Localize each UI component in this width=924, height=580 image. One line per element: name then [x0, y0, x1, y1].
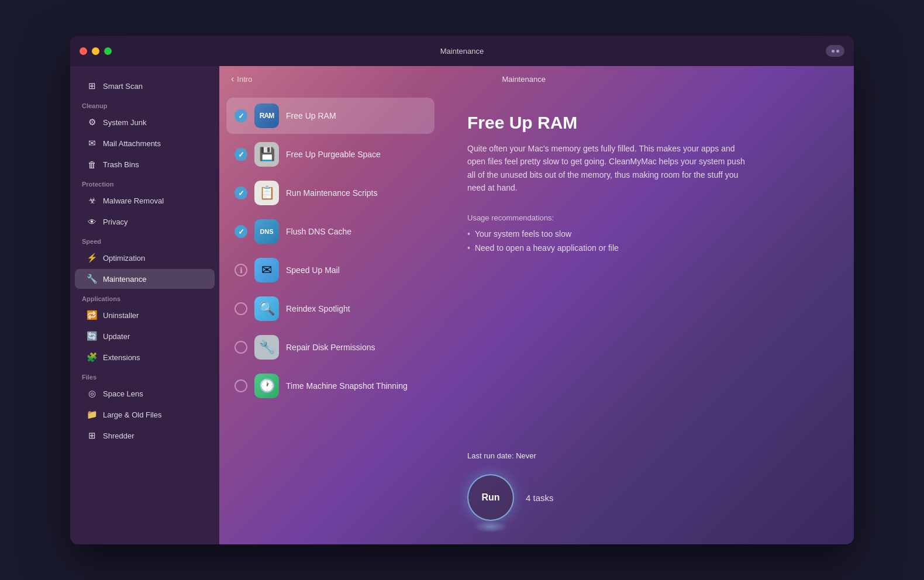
task-checkbox-scripts[interactable]: ✓: [235, 187, 247, 199]
trash-bins-label: Trash Bins: [103, 160, 139, 169]
sidebar-item-malware-removal[interactable]: ☣ Malware Removal: [75, 191, 215, 210]
maximize-button[interactable]: [104, 47, 112, 55]
task-label-scripts: Run Maintenance Scripts: [286, 188, 377, 198]
task-item-repair-disk[interactable]: 🔧 Repair Disk Permissions: [226, 329, 435, 365]
updater-label: Updater: [103, 332, 130, 341]
usage-item-1: Your system feels too slow: [467, 229, 828, 239]
dot1: [832, 50, 835, 53]
usage-recommendations-label: Usage recommendations:: [467, 213, 828, 222]
privacy-icon: 👁: [87, 216, 97, 227]
sidebar-item-smart-scan[interactable]: ⊞ Smart Scan: [75, 76, 215, 96]
task-icon-scripts: 📋: [254, 181, 279, 205]
task-icon-disk: 🔧: [254, 335, 279, 360]
sidebar-item-trash-bins[interactable]: 🗑 Trash Bins: [75, 154, 215, 174]
mail-attachments-label: Mail Attachments: [103, 139, 161, 148]
extensions-icon: 🧩: [87, 352, 97, 362]
task-item-maintenance-scripts[interactable]: ✓ 📋 Run Maintenance Scripts: [226, 175, 435, 211]
optimization-icon: ⚡: [87, 253, 97, 263]
task-icon-timemachine: 🕐: [254, 374, 279, 398]
sidebar-item-privacy[interactable]: 👁 Privacy: [75, 212, 215, 232]
system-junk-icon: ⚙: [87, 117, 97, 127]
maintenance-icon: 🔧: [87, 274, 97, 284]
shredder-label: Shredder: [103, 431, 134, 440]
large-old-files-label: Large & Old Files: [103, 410, 161, 419]
sidebar-item-system-junk[interactable]: ⚙ System Junk: [75, 112, 215, 132]
privacy-label: Privacy: [103, 218, 128, 226]
detail-panel: Free Up RAM Quite often your Mac's memor…: [442, 92, 854, 544]
run-tasks-count: 4 tasks: [526, 493, 554, 503]
checkmark-icon: ✓: [238, 150, 244, 159]
app-window: Maintenance ⊞ Smart Scan Cleanup ⚙ Syste…: [70, 36, 854, 544]
sidebar-item-updater[interactable]: 🔄 Updater: [75, 326, 215, 346]
close-button[interactable]: [80, 47, 87, 55]
last-run-info: Last run date: Never: [467, 451, 828, 460]
back-label: Intro: [237, 75, 252, 84]
mail-attachments-icon: ✉: [87, 138, 97, 149]
sidebar-item-space-lens[interactable]: ◎ Space Lens: [75, 384, 215, 403]
task-item-free-up-ram[interactable]: ✓ RAM Free Up RAM: [226, 98, 435, 134]
run-glow: Run: [467, 474, 514, 521]
uninstaller-icon: 🔁: [87, 310, 97, 320]
run-area: Run 4 tasks: [467, 474, 828, 533]
checkmark-icon: ✓: [238, 227, 244, 236]
task-list: ✓ RAM Free Up RAM ✓ 💾: [219, 92, 442, 544]
usage-list: Your system feels too slow Need to open …: [467, 229, 828, 253]
back-button[interactable]: ‹ Intro: [231, 74, 252, 84]
task-icon-dns: DNS: [254, 219, 279, 244]
detail-title: Free Up RAM: [467, 113, 828, 133]
title-bar: Maintenance: [70, 36, 854, 66]
run-button[interactable]: Run: [467, 474, 514, 521]
malware-removal-icon: ☣: [87, 195, 97, 206]
task-checkbox-free-up-ram[interactable]: ✓: [235, 109, 247, 122]
task-label-free-up-ram: Free Up RAM: [286, 111, 336, 120]
task-label-disk: Repair Disk Permissions: [286, 343, 375, 352]
task-item-speed-up-mail[interactable]: ℹ ✉ Speed Up Mail: [226, 252, 435, 288]
section-label-speed: Speed: [70, 232, 219, 247]
large-old-files-icon: 📁: [87, 409, 97, 420]
maintenance-label: Maintenance: [103, 275, 146, 284]
last-run-value: Never: [516, 451, 536, 460]
task-item-flush-dns[interactable]: ✓ DNS Flush DNS Cache: [226, 213, 435, 250]
space-lens-label: Space Lens: [103, 389, 143, 398]
usage-item-2-text: Need to open a heavy application or file: [475, 243, 619, 253]
section-label-files: Files: [70, 368, 219, 383]
task-label-purgeable: Free Up Purgeable Space: [286, 150, 381, 159]
task-item-free-up-purgeable[interactable]: ✓ 💾 Free Up Purgeable Space: [226, 136, 435, 172]
sidebar-item-optimization[interactable]: ⚡ Optimization: [75, 248, 215, 268]
main-content: ‹ Intro Maintenance ✓ RAM: [219, 66, 854, 544]
sidebar-item-maintenance[interactable]: 🔧 Maintenance: [75, 269, 215, 289]
section-label-protection: Protection: [70, 175, 219, 190]
main-body: ✓ RAM Free Up RAM ✓ 💾: [219, 92, 854, 544]
sidebar-item-uninstaller[interactable]: 🔁 Uninstaller: [75, 305, 215, 325]
updater-icon: 🔄: [87, 331, 97, 341]
task-icon-purgeable: 💾: [254, 142, 279, 167]
minimize-button[interactable]: [92, 47, 99, 55]
task-item-time-machine[interactable]: 🕐 Time Machine Snapshot Thinning: [226, 368, 435, 404]
more-options-button[interactable]: [826, 45, 844, 57]
task-item-reindex-spotlight[interactable]: 🔍 Reindex Spotlight: [226, 291, 435, 327]
task-checkbox-disk[interactable]: [235, 341, 247, 354]
task-checkbox-mail[interactable]: ℹ: [235, 264, 247, 277]
sidebar-item-large-old-files[interactable]: 📁 Large & Old Files: [75, 405, 215, 424]
task-checkbox-spotlight[interactable]: [235, 302, 247, 315]
dot2: [836, 50, 839, 53]
system-junk-label: System Junk: [103, 118, 146, 127]
task-checkbox-purgeable[interactable]: ✓: [235, 148, 247, 161]
sidebar-item-shredder[interactable]: ⊞ Shredder: [75, 426, 215, 446]
checkmark-icon: ✓: [238, 112, 244, 120]
back-chevron-icon: ‹: [231, 74, 234, 84]
last-run-label: Last run date:: [467, 451, 516, 460]
task-label-timemachine: Time Machine Snapshot Thinning: [286, 381, 408, 391]
title-bar-actions: [826, 45, 844, 57]
shredder-icon: ⊞: [87, 430, 97, 441]
usage-item-1-text: Your system feels too slow: [475, 229, 571, 239]
sidebar-item-extensions[interactable]: 🧩 Extensions: [75, 347, 215, 367]
info-icon: ℹ: [240, 266, 243, 275]
task-icon-ram: RAM: [254, 103, 279, 128]
main-header: ‹ Intro Maintenance: [219, 66, 854, 92]
task-checkbox-dns[interactable]: ✓: [235, 225, 247, 238]
task-checkbox-timemachine[interactable]: [235, 379, 247, 392]
task-label-dns: Flush DNS Cache: [286, 227, 351, 236]
sidebar-item-mail-attachments[interactable]: ✉ Mail Attachments: [75, 133, 215, 153]
usage-item-2: Need to open a heavy application or file: [467, 243, 828, 253]
